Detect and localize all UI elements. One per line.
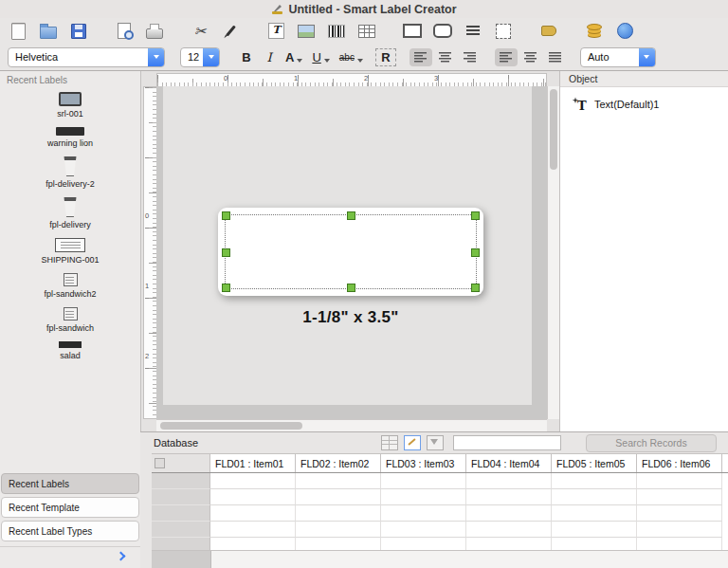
table-cell[interactable] — [466, 489, 552, 505]
chevron-down-icon[interactable] — [639, 48, 655, 66]
valign-bottom-button[interactable] — [544, 48, 567, 66]
resize-handle[interactable] — [471, 211, 480, 220]
resize-handle[interactable] — [471, 248, 480, 257]
column-header[interactable]: FLD06 : Item06 — [637, 454, 722, 472]
align-right-button[interactable] — [459, 48, 482, 66]
barcode-tool-icon[interactable] — [325, 21, 348, 42]
table-cell[interactable] — [637, 473, 722, 489]
chevron-down-icon[interactable] — [203, 48, 219, 66]
line-spacing-select[interactable]: Auto — [580, 47, 656, 67]
save-icon[interactable] — [67, 21, 90, 42]
text-object-selection[interactable] — [225, 214, 477, 289]
row-header-cell[interactable] — [152, 489, 210, 505]
style-r-button[interactable]: R — [375, 48, 396, 66]
list-item[interactable]: SHIPPING-001 — [41, 238, 99, 265]
form-edit-icon[interactable] — [404, 435, 421, 450]
table-cell[interactable] — [296, 522, 381, 538]
search-records-input[interactable] — [586, 434, 717, 452]
table-view-icon[interactable] — [381, 435, 398, 450]
rectangle-tool-icon[interactable] — [401, 21, 424, 42]
label-shape[interactable] — [218, 208, 483, 296]
image-tool-icon[interactable] — [295, 21, 318, 42]
list-item[interactable]: warning lion — [47, 127, 93, 148]
font-select[interactable]: Helvetica — [8, 47, 165, 67]
table-cell[interactable] — [381, 505, 466, 522]
table-cell[interactable] — [210, 489, 296, 505]
filter-icon[interactable] — [427, 435, 444, 450]
resize-handle[interactable] — [222, 211, 230, 220]
list-item[interactable]: fpl-sandwich2 — [44, 273, 96, 299]
resize-handle[interactable] — [347, 284, 355, 292]
align-left-button[interactable] — [410, 48, 432, 66]
list-item[interactable]: fpl-delivery — [49, 197, 91, 229]
underline-button[interactable]: U — [309, 48, 332, 66]
table-cell[interactable] — [466, 473, 552, 489]
frame-tool-icon[interactable] — [492, 21, 515, 42]
list-item[interactable]: fpl-sandwich — [46, 307, 94, 333]
list-item[interactable]: salad — [59, 341, 82, 360]
resize-handle[interactable] — [222, 284, 230, 292]
resize-handle[interactable] — [222, 248, 230, 257]
table-cell[interactable] — [210, 522, 296, 538]
new-document-icon[interactable] — [7, 21, 29, 42]
column-header[interactable]: FLD02 : Item02 — [296, 454, 381, 472]
print-icon[interactable] — [143, 21, 166, 42]
table-cell[interactable] — [552, 473, 637, 489]
chevron-down-icon[interactable] — [148, 48, 164, 66]
label-tool-icon[interactable] — [537, 21, 560, 42]
table-cell[interactable] — [210, 505, 296, 522]
list-item[interactable]: fpl-delivery-2 — [46, 156, 95, 189]
italic-button[interactable]: I — [260, 48, 279, 66]
valign-middle-button[interactable] — [519, 48, 542, 66]
row-header-cell[interactable] — [152, 473, 210, 489]
table-cell[interactable] — [296, 473, 381, 489]
text-color-button[interactable]: A — [282, 48, 305, 66]
table-cell[interactable] — [296, 505, 381, 522]
line-tool-icon[interactable] — [462, 21, 484, 42]
canvas-horizontal-scrollbar[interactable] — [156, 419, 547, 431]
scrollbar-thumb[interactable] — [550, 89, 557, 170]
column-header[interactable]: FLD01 : Item01 — [210, 454, 296, 472]
table-cell[interactable] — [637, 489, 722, 505]
recent-labels-button[interactable]: Recent Labels — [1, 473, 139, 494]
resize-handle[interactable] — [471, 284, 480, 292]
object-list-item[interactable]: T Text(Default)1 — [572, 97, 728, 112]
rounded-rectangle-tool-icon[interactable] — [431, 21, 454, 42]
database-horizontal-scrollbar[interactable] — [152, 550, 728, 568]
bold-button[interactable]: B — [237, 48, 256, 66]
open-icon[interactable] — [37, 21, 60, 42]
column-header[interactable]: FLD05 : Item05 — [552, 454, 637, 472]
strikethrough-button[interactable]: abc — [337, 48, 366, 66]
resize-handle[interactable] — [347, 211, 355, 220]
table-cell[interactable] — [381, 473, 466, 489]
align-center-button[interactable] — [434, 48, 457, 66]
column-header[interactable]: FLD03 : Item03 — [381, 454, 466, 472]
expand-sidebar-button[interactable] — [118, 553, 127, 562]
record-field[interactable] — [453, 435, 561, 450]
table-cell[interactable] — [381, 489, 466, 505]
scrollbar-thumb[interactable] — [160, 422, 302, 430]
cut-icon[interactable] — [189, 21, 211, 42]
table-cell[interactable] — [552, 489, 637, 505]
table-cell[interactable] — [466, 505, 552, 522]
table-cell[interactable] — [466, 522, 552, 538]
canvas-vertical-scrollbar[interactable] — [547, 86, 559, 419]
table-tool-icon[interactable] — [355, 21, 378, 42]
table-cell[interactable] — [552, 522, 637, 538]
valign-top-button[interactable] — [495, 48, 518, 66]
list-item[interactable]: srl-001 — [57, 92, 83, 119]
row-header-cell[interactable] — [152, 505, 210, 522]
recent-template-button[interactable]: Recent Template — [1, 497, 139, 518]
web-icon[interactable] — [613, 21, 636, 42]
table-cell[interactable] — [296, 489, 381, 505]
row-selector-header[interactable] — [152, 454, 210, 472]
database-icon[interactable] — [583, 21, 606, 42]
table-cell[interactable] — [637, 522, 722, 538]
design-canvas[interactable]: 1-1/8" x 3.5" — [156, 86, 547, 419]
table-cell[interactable] — [637, 505, 722, 522]
column-header[interactable]: FLD04 : Item04 — [466, 454, 552, 472]
recent-label-types-button[interactable]: Recent Label Types — [1, 521, 139, 541]
text-tool-icon[interactable] — [264, 21, 287, 42]
table-cell[interactable] — [552, 505, 637, 522]
row-header-cell[interactable] — [152, 522, 210, 538]
